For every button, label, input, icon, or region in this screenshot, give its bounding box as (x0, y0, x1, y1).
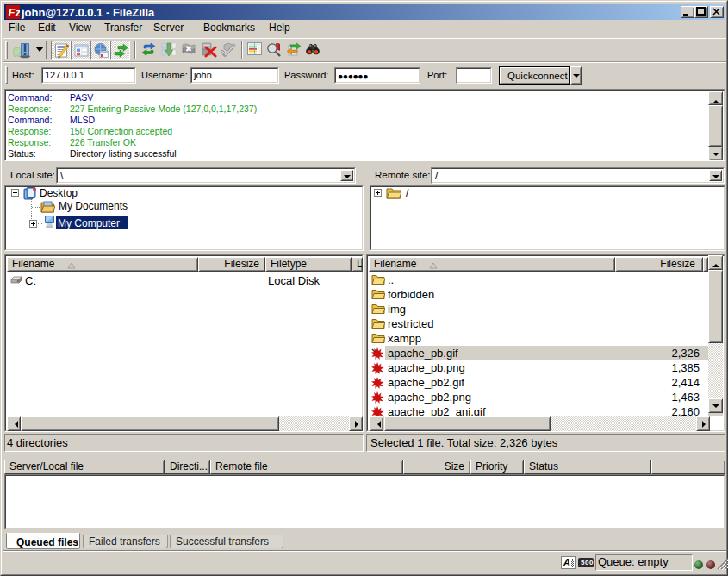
svg-text:Fz: Fz (9, 6, 21, 19)
